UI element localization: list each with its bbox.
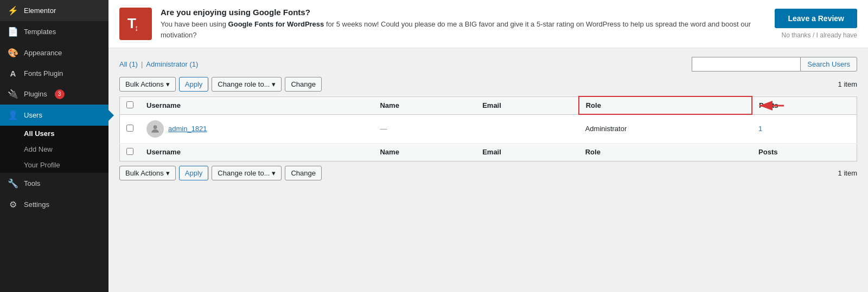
search-users-button[interactable]: Search Users	[800, 57, 857, 72]
td-posts: 1	[752, 114, 857, 143]
select-all-bottom-checkbox[interactable]	[126, 148, 133, 155]
notification-text: Are you enjoying using Google Fonts? You…	[161, 8, 766, 40]
plugins-badge: 3	[55, 89, 65, 99]
users-submenu: All Users Add New Your Profile	[0, 126, 108, 173]
bulk-actions-bottom-chevron: ▾	[166, 169, 170, 177]
row-checkbox[interactable]	[126, 125, 133, 132]
sidebar-item-label: Users	[24, 111, 42, 119]
search-users-input[interactable]	[692, 57, 800, 72]
td-checkbox	[120, 114, 141, 143]
notification-body-prefix: You have been using	[161, 20, 228, 28]
main-content: T ↕ Are you enjoying using Google Fonts?…	[108, 0, 868, 292]
change-role-bottom-button[interactable]: Change role to... ▾	[212, 166, 282, 180]
notification-body-bold: Google Fonts for WordPress	[228, 20, 324, 28]
filter-all[interactable]: All (1)	[119, 60, 138, 68]
notification-actions: Leave a Review No thanks / I already hav…	[775, 9, 857, 39]
elementor-icon: ⚡	[8, 5, 18, 16]
tfh-name: Name	[373, 143, 476, 161]
td-name: —	[373, 114, 476, 143]
sidebar-item-label: Elementor	[24, 7, 56, 15]
templates-icon: 📄	[8, 27, 18, 37]
sidebar-item-settings[interactable]: ⚙ Settings	[0, 194, 108, 215]
bulk-actions-top-label: Bulk Actions	[125, 80, 164, 88]
item-count-top: 1 item	[838, 80, 857, 88]
user-avatar	[146, 120, 164, 138]
username-link[interactable]: admin_1821	[168, 125, 207, 133]
filter-links: All (1) | Administrator (1)	[119, 60, 198, 68]
th-email: Email	[476, 96, 579, 114]
content-area: All (1) | Administrator (1) Search Users…	[108, 48, 868, 292]
tools-icon: 🔧	[8, 178, 18, 189]
submenu-add-new[interactable]: Add New	[0, 141, 108, 157]
change-role-top-button[interactable]: Change role to... ▾	[212, 77, 282, 92]
svg-text:↕: ↕	[135, 23, 139, 33]
bottom-toolbar: Bulk Actions ▾ Apply Change role to... ▾…	[119, 166, 857, 180]
top-toolbar: Bulk Actions ▾ Apply Change role to... ▾…	[119, 77, 857, 92]
tfh-username: Username	[140, 143, 373, 161]
th-name: Name	[373, 96, 476, 114]
sidebar-item-label: Settings	[24, 200, 49, 209]
td-email	[476, 114, 579, 143]
fonts-icon: A	[8, 69, 18, 78]
sidebar-item-appearance[interactable]: 🎨 Appearance	[0, 42, 108, 63]
sidebar-item-users[interactable]: 👤 Users	[0, 105, 108, 126]
bulk-actions-bottom-button[interactable]: Bulk Actions ▾	[119, 166, 176, 180]
filter-administrator[interactable]: Administrator (1)	[146, 60, 198, 68]
submenu-your-profile[interactable]: Your Profile	[0, 157, 108, 173]
settings-icon: ⚙	[8, 199, 18, 210]
svg-point-4	[154, 125, 157, 129]
role-arrow-annotation	[757, 98, 789, 114]
tfh-role: Role	[579, 143, 752, 161]
search-area: Search Users	[692, 57, 857, 72]
bulk-actions-bottom-label: Bulk Actions	[125, 169, 164, 177]
notification-title: Are you enjoying using Google Fonts?	[161, 8, 766, 17]
sidebar-item-label: Fonts Plugin	[24, 69, 63, 77]
change-top-button[interactable]: Change	[285, 77, 322, 92]
appearance-icon: 🎨	[8, 48, 18, 58]
change-role-bottom-label: Change role to...	[218, 169, 270, 177]
no-thanks-link[interactable]: No thanks / I already have	[782, 31, 857, 39]
filter-row: All (1) | Administrator (1) Search Users	[119, 57, 857, 72]
sidebar-item-templates[interactable]: 📄 Templates	[0, 21, 108, 42]
sidebar-item-elementor[interactable]: ⚡ Elementor	[0, 0, 108, 21]
bulk-actions-top-button[interactable]: Bulk Actions ▾	[119, 77, 176, 92]
notification-banner: T ↕ Are you enjoying using Google Fonts?…	[108, 0, 868, 48]
sidebar-item-plugins[interactable]: 🔌 Plugins 3	[0, 83, 108, 105]
item-count-bottom: 1 item	[838, 169, 857, 177]
sidebar-item-fonts-plugin[interactable]: A Fonts Plugin	[0, 63, 108, 83]
notification-body: You have been using Google Fonts for Wor…	[161, 19, 766, 40]
table-header-row: Username Name Email Role	[120, 96, 857, 114]
user-name-value: —	[380, 125, 387, 133]
td-username: admin_1821	[140, 114, 373, 143]
apply-bottom-button[interactable]: Apply	[179, 166, 209, 180]
tfh-posts: Posts	[752, 143, 857, 161]
td-role: Administrator	[579, 114, 752, 143]
th-role: Role	[579, 96, 752, 114]
apply-top-button[interactable]: Apply	[179, 77, 209, 92]
leave-review-button[interactable]: Leave a Review	[775, 9, 857, 28]
th-checkbox	[120, 96, 141, 114]
table-footer-header-row: Username Name Email Role Posts	[120, 143, 857, 161]
change-role-bottom-chevron: ▾	[272, 169, 276, 177]
tfh-checkbox	[120, 143, 141, 161]
user-role-value: Administrator	[585, 125, 627, 133]
table-row: admin_1821 — Administrator 1	[120, 114, 857, 143]
bulk-actions-top-chevron: ▾	[166, 80, 170, 88]
sidebar-item-tools[interactable]: 🔧 Tools	[0, 173, 108, 194]
change-bottom-button[interactable]: Change	[285, 166, 322, 180]
filter-separator: |	[141, 60, 143, 68]
tfh-email: Email	[476, 143, 579, 161]
submenu-all-users[interactable]: All Users	[0, 126, 108, 141]
active-arrow	[108, 110, 114, 121]
sidebar-item-label: Tools	[24, 179, 40, 187]
select-all-checkbox[interactable]	[126, 101, 133, 108]
sidebar-item-label: Templates	[24, 28, 56, 36]
sidebar-item-label: Appearance	[24, 49, 62, 57]
sidebar: ⚡ Elementor 📄 Templates 🎨 Appearance A F…	[0, 0, 108, 292]
users-icon: 👤	[8, 110, 18, 120]
change-role-top-label: Change role to...	[218, 80, 270, 88]
change-role-top-chevron: ▾	[272, 80, 276, 88]
plugin-logo: T ↕	[119, 8, 152, 40]
th-username: Username	[140, 96, 373, 114]
user-posts-link[interactable]: 1	[758, 125, 762, 133]
